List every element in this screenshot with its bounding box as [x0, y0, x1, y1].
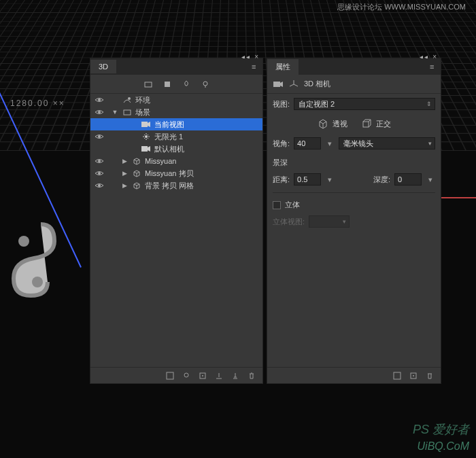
projection-row: 透视 正交 — [273, 116, 435, 132]
footer-snap-icon[interactable] — [231, 372, 239, 380]
tree-row[interactable]: ▶Missyuan 拷贝 — [90, 167, 262, 179]
tree-item-label: 默认相机 — [154, 144, 262, 154]
coordinates-icon[interactable] — [289, 80, 299, 89]
view-label: 视图: — [273, 99, 290, 109]
visibility-toggle[interactable] — [93, 133, 105, 140]
svg-point-12 — [145, 135, 148, 138]
depth-stepper[interactable]: ▾ — [426, 175, 435, 184]
camera-icon — [273, 80, 284, 88]
svg-rect-23 — [394, 372, 401, 379]
distance-label: 距离: — [273, 175, 290, 185]
tree-row[interactable]: ▶Missyuan — [90, 155, 262, 167]
panel-tab-3d[interactable]: 3D — [90, 60, 116, 73]
fov-stepper[interactable]: ▾ — [325, 139, 335, 148]
disclosure-triangle[interactable]: ▶ — [120, 170, 129, 177]
scene-tree: 环境▼场景当前视图无限光 1默认相机▶Missyuan▶Missyuan 拷贝▶… — [90, 94, 262, 367]
svg-point-25 — [413, 375, 414, 376]
tree-item-label: 环境 — [135, 95, 262, 105]
stereo-label: 立体 — [285, 200, 300, 210]
mesh-icon — [131, 181, 142, 190]
svg-point-11 — [98, 135, 101, 138]
footer-move-to-icon[interactable] — [409, 372, 418, 380]
mesh-icon — [131, 157, 142, 165]
panel-tabbar: 属性 ≡ — [267, 58, 441, 75]
footer-light-icon[interactable] — [182, 372, 190, 380]
environment-icon — [122, 96, 133, 104]
panel-3d-footer — [90, 367, 262, 383]
dof-section-label: 景深 — [273, 158, 435, 168]
visibility-toggle[interactable] — [93, 170, 105, 177]
panel-tabbar: 3D ≡ — [90, 58, 262, 75]
depth-input[interactable] — [394, 173, 422, 186]
svg-rect-22 — [363, 122, 369, 127]
svg-point-18 — [184, 373, 188, 377]
svg-point-14 — [98, 160, 101, 162]
view-dropdown[interactable]: 自定视图 2 — [294, 98, 435, 110]
svg-rect-13 — [141, 146, 148, 152]
footer-constrain-icon[interactable] — [199, 372, 207, 380]
filter-material-icon[interactable] — [163, 80, 172, 89]
tree-item-label: 无限光 1 — [154, 132, 262, 142]
tree-item-label: Missyuan 拷贝 — [145, 169, 262, 179]
visibility-toggle[interactable] — [93, 96, 105, 103]
tree-row[interactable]: 环境 — [90, 94, 262, 106]
filter-light-icon[interactable] — [182, 80, 191, 89]
disclosure-triangle[interactable]: ▶ — [120, 182, 129, 189]
depth-label: 深度: — [373, 175, 390, 185]
footer-ground-icon[interactable] — [215, 372, 223, 380]
filter-mesh-icon[interactable] — [143, 80, 153, 89]
svg-point-4 — [203, 82, 207, 86]
watermark-ps: PS 爱好者 — [413, 421, 469, 438]
panel-props-footer — [267, 367, 441, 383]
tree-row[interactable]: 当前视图 — [90, 118, 262, 130]
svg-rect-3 — [165, 82, 170, 87]
svg-point-1 — [32, 277, 43, 287]
svg-point-15 — [98, 172, 101, 175]
visibility-toggle[interactable] — [93, 182, 105, 189]
separator — [273, 192, 435, 193]
mesh-icon — [131, 169, 142, 177]
lens-unit-dropdown[interactable]: 毫米镜头 — [339, 137, 435, 149]
tree-row[interactable]: 默认相机 — [90, 143, 262, 155]
perspective-button[interactable]: 透视 — [318, 118, 347, 129]
coordinate-readout: 1280.00 ×× — [10, 99, 65, 108]
disclosure-triangle[interactable]: ▶ — [120, 158, 129, 164]
svg-point-7 — [128, 97, 131, 100]
distance-stepper[interactable]: ▾ — [325, 175, 335, 184]
watermark-top: 思缘设计论坛 WWW.MISSYUAN.COM — [337, 2, 466, 12]
orthographic-button[interactable]: 正交 — [361, 118, 391, 129]
stereo-view-dropdown — [309, 215, 350, 228]
stereo-view-label: 立体视图: — [273, 217, 305, 227]
tree-item-label: 当前视图 — [154, 120, 262, 130]
disclosure-triangle[interactable]: ▼ — [111, 109, 119, 116]
properties-head-label: 3D 相机 — [304, 79, 330, 89]
stereo-checkbox[interactable] — [273, 201, 281, 209]
camera-icon — [141, 145, 152, 152]
svg-rect-2 — [145, 82, 152, 87]
cube-ortho-icon — [361, 118, 372, 129]
fov-input[interactable] — [294, 137, 321, 149]
svg-point-0 — [18, 236, 29, 247]
light-icon — [141, 133, 152, 141]
visibility-toggle[interactable] — [93, 158, 105, 164]
footer-trash-icon[interactable] — [248, 372, 256, 380]
panel-properties: ◂◂ × 属性 ≡ 3D 相机 视图: 自定视图 2 透视 正交 视角: ▾ — [267, 58, 441, 384]
footer-trash-icon[interactable] — [426, 372, 434, 380]
properties-header: 3D 相机 — [267, 75, 441, 94]
panel-menu-button[interactable]: ≡ — [252, 63, 261, 71]
tree-row[interactable]: 无限光 1 — [90, 130, 262, 143]
visibility-toggle[interactable] — [93, 109, 105, 116]
filter-bulb-icon[interactable] — [201, 80, 210, 89]
tree-item-label: Missyuan — [145, 157, 262, 165]
footer-render-icon[interactable] — [393, 372, 401, 380]
footer-render-icon[interactable] — [166, 372, 174, 380]
svg-rect-9 — [124, 110, 131, 115]
tree-row[interactable]: ▼场景 — [90, 106, 262, 118]
panel-tab-properties[interactable]: 属性 — [267, 59, 299, 75]
tree-row[interactable]: ▶背景 拷贝 网格 — [90, 179, 262, 192]
fov-label: 视角: — [273, 139, 290, 149]
svg-point-16 — [98, 184, 101, 187]
panel-menu-button[interactable]: ≡ — [430, 63, 439, 71]
scene-filter-row — [90, 75, 262, 94]
distance-input[interactable] — [294, 173, 321, 186]
